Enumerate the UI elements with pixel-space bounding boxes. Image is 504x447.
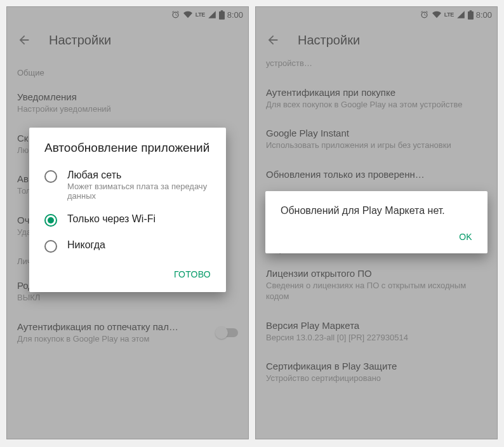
section-general: Общие [7,58,248,83]
setting-sub: Использовать приложения и игры без устан… [266,140,487,151]
setting-sub: ВЫКЛ [17,292,238,304]
setting-sub: Сведения о лицензиях на ПО с открытым ис… [266,280,487,302]
setting-label: Аутентификация по отпечатку пал… [17,321,178,332]
radio-icon-checked [44,214,57,227]
setting-sub: Устройство сертифицировано [266,373,487,384]
radio-option-any[interactable]: Любая сеть Может взиматься плата за пере… [29,163,226,207]
phone-right: LTE 8:00 Настройки устройств… Аутентифик… [255,6,498,439]
dialog-actions: ГОТОВО [29,259,226,287]
setting-label: Сертификация в Play Защите [266,361,487,371]
ok-button[interactable]: OK [451,227,480,247]
status-bar: LTE 8:00 [7,7,248,22]
setting-verified-updates[interactable]: Обновления только из проверенн… [256,160,497,190]
dialog-message: Обновлений для Play Маркета нет. [265,205,487,222]
alarm-icon [171,10,180,20]
radio-icon [44,170,57,183]
battery-icon [468,10,474,20]
done-button[interactable]: ГОТОВО [166,264,218,284]
setting-label: Лицензии открытого ПО [266,268,487,279]
radio-option-never[interactable]: Никогда [29,233,226,259]
dialog-title: Автообновление приложений [29,140,226,163]
setting-label: Google Play Instant [266,128,487,138]
radio-label: Только через Wi-Fi [67,213,156,225]
setting-fingerprint[interactable]: Аутентификация по отпечатку пал… Для пок… [7,312,248,354]
wifi-icon [183,10,193,19]
setting-auth-purchase[interactable]: Аутентификация при покупке Для всех поку… [256,78,497,119]
page-title: Настройки [298,33,360,48]
battery-icon [219,10,225,20]
page-title: Настройки [49,33,111,48]
radio-option-wifi[interactable]: Только через Wi-Fi [29,207,226,233]
app-bar: Настройки [7,22,248,58]
alarm-icon [420,10,429,20]
setting-licenses[interactable]: Лицензии открытого ПО Сведения о лицензи… [256,259,497,311]
setting-partial: устройств… [256,58,497,78]
setting-sub: Настройки уведомлений [17,103,238,115]
radio-sub: Может взиматься плата за передачу данных [67,182,211,201]
lte-icon: LTE [196,11,205,18]
setting-sub: Версия 13.0.23-all [0] [PR] 227930514 [266,332,487,344]
status-bar: LTE 8:00 [256,7,497,22]
setting-notifications[interactable]: Уведомления Настройки уведомлений [7,83,248,124]
wifi-icon [432,10,442,19]
dialog-actions: OK [265,222,487,250]
radio-icon [44,240,57,253]
status-time: 8:00 [476,10,492,20]
update-message-dialog: Обновлений для Play Маркета нет. OK [265,191,487,253]
back-button[interactable] [266,33,280,47]
signal-icon [208,10,216,19]
setting-sub: Для покупок в Google Play на этом [17,333,178,345]
setting-version[interactable]: Версия Play Маркета Версия 13.0.23-all [… [256,311,497,352]
setting-label: Версия Play Маркета [266,320,487,331]
setting-sub: Для всех покупок в Google Play на этом у… [266,99,487,110]
signal-icon [456,10,465,19]
radio-label: Любая сеть [67,170,211,181]
phone-left: LTE 8:00 Настройки Общие Уведомления Нас… [6,6,249,439]
switch-toggle[interactable] [216,328,238,337]
radio-label: Никогда [67,239,105,251]
lte-icon: LTE [444,11,454,18]
setting-label: Обновления только из проверенн… [266,169,487,180]
autoupdate-dialog: Автообновление приложений Любая сеть Мож… [29,128,226,292]
setting-label: Аутентификация при покупке [266,87,487,98]
setting-sub: устройств… [266,58,487,69]
setting-play-instant[interactable]: Google Play Instant Использовать приложе… [256,119,497,160]
app-bar: Настройки [256,22,497,58]
status-time: 8:00 [227,10,243,20]
back-button[interactable] [17,33,31,47]
setting-certification[interactable]: Сертификация в Play Защите Устройство се… [256,352,497,393]
setting-label: Уведомления [17,91,238,102]
